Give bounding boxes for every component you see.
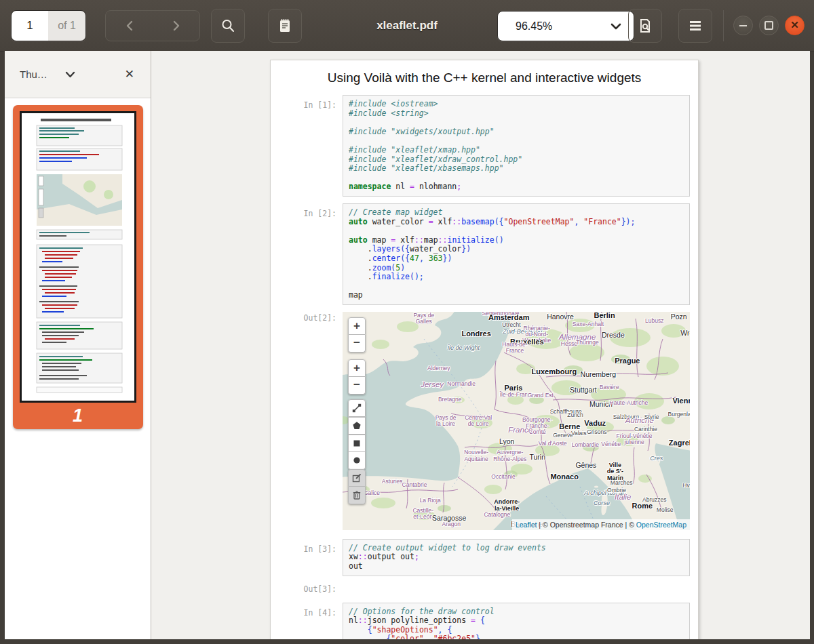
chevron-down-icon (65, 71, 75, 78)
map-label: Vénétie (601, 441, 621, 447)
rectangle-icon (351, 438, 362, 449)
document-properties-button[interactable] (628, 9, 662, 43)
map-label: Vaduz (584, 420, 606, 428)
zoom-level-select[interactable]: 96.45% (497, 11, 634, 41)
next-page-button[interactable] (153, 11, 199, 41)
map-label: Bretagne (438, 397, 462, 403)
zoom-level-value: 96.45% (498, 20, 610, 33)
map-label: France (508, 426, 532, 434)
map-label: Catalogne (484, 512, 510, 518)
cell-prompt: In [2]: (271, 203, 343, 305)
maximize-button[interactable] (759, 16, 779, 35)
openstreetmap-link[interactable]: OpenStreetMap (636, 521, 686, 529)
cell-prompt: In [3]: (271, 539, 343, 576)
zoom-in-button[interactable]: + (348, 317, 366, 335)
map-label: Cantabrie (402, 482, 427, 488)
map-label: Grand Est (528, 393, 554, 399)
pdf-page: Using Voilà with the C++ kernel and inte… (270, 60, 699, 639)
chevron-right-icon (172, 20, 180, 31)
code-input: // Options for the draw controlnl::json … (343, 603, 690, 639)
page-nav (105, 10, 200, 41)
map-label: Cres (650, 456, 663, 462)
titlebar-separator (723, 10, 724, 41)
notepad-icon (277, 18, 292, 34)
polygon-icon (351, 420, 362, 431)
circle-icon (351, 455, 362, 466)
edit-layers-button[interactable] (348, 469, 366, 487)
map-label: Pozn (671, 313, 687, 321)
zoom-control-2: + − (348, 359, 366, 395)
chevron-left-icon (125, 20, 134, 31)
thumbnail-list: 1 (5, 98, 151, 639)
hamburger-menu-icon (689, 20, 702, 31)
map-label: Styrie (644, 415, 659, 421)
page-thumbnail[interactable]: 1 (13, 105, 143, 429)
sidebar-close-button[interactable]: ✕ (125, 68, 134, 80)
annotations-button[interactable] (268, 9, 302, 43)
map-label: Prague (615, 357, 640, 365)
map-label: La Rioja (419, 498, 440, 504)
zoom-out-button[interactable]: − (348, 377, 366, 395)
search-button[interactable] (211, 9, 245, 43)
map-label: Saxe-Anhalt (573, 321, 604, 327)
map-label: Lubusz (645, 318, 663, 324)
edit-toolbar (348, 469, 366, 504)
map-label: Zagreb (669, 439, 690, 447)
zoom-in-button[interactable]: + (348, 359, 366, 377)
leaflet-map[interactable]: SeptentrionalePays de GallesAmsterdamHan… (343, 312, 690, 530)
map-label: Burgenla (668, 411, 690, 418)
map-labels: SeptentrionalePays de GallesAmsterdamHan… (343, 312, 690, 530)
zoom-control-1: + − (348, 317, 366, 353)
close-button[interactable]: ✕ (785, 16, 805, 35)
map-label: Marches (610, 480, 633, 486)
edit-icon (351, 472, 362, 483)
search-icon (220, 18, 235, 33)
map-label: Centre-Val de Loire (465, 415, 492, 427)
empty-output-cell: Out[3]: (271, 582, 698, 597)
code-input: // Create map widgetauto water_color = x… (343, 203, 690, 305)
map-label: Wro (680, 329, 690, 337)
sidebar-mode-dropdown[interactable] (65, 68, 75, 81)
map-label: Zurich (567, 412, 583, 418)
thumbnail-sketch (22, 113, 130, 397)
zoom-out-button[interactable]: − (348, 335, 366, 353)
sidebar-header: Thu… ✕ (5, 51, 151, 98)
titlebar: 1 of 1 (0, 0, 814, 52)
map-label: Frioul-Vénétie julienne (617, 433, 653, 445)
sidebar-mode-label: Thu… (20, 68, 47, 80)
map-label: Hanovre (547, 313, 574, 321)
delete-layers-button[interactable] (348, 487, 366, 504)
map-label: Bavière (600, 384, 619, 390)
draw-rectangle-button[interactable] (348, 435, 366, 452)
map-label: Hauts-de- France (502, 342, 527, 354)
map-label: Hesse (561, 341, 577, 347)
cell-prompt: In [1]: (271, 95, 343, 197)
code-cell-4: In [4]: // Options for the draw controln… (271, 603, 698, 639)
map-label: Castille- et-León (412, 508, 433, 520)
map-label: Nouvelle- Aquitaine (464, 449, 488, 462)
map-label: Lombardie (572, 442, 599, 448)
menu-button[interactable] (678, 9, 712, 43)
leaflet-link[interactable]: Leaflet (516, 521, 537, 529)
minimize-button[interactable] (733, 16, 753, 35)
draw-circle-button[interactable] (348, 452, 366, 470)
code-cell-2: In [2]: // Create map widgetauto water_c… (271, 203, 698, 305)
map-label: Molise (657, 507, 674, 513)
map-attribution: Leaflet | © Openstreetmap France | © Ope… (512, 519, 690, 530)
map-label: Monaco (550, 473, 579, 481)
map-label: Val d'Aoste (539, 441, 567, 447)
map-label: Occitanie (491, 474, 515, 480)
map-label: Galice (364, 490, 380, 496)
document-view[interactable]: Using Voilà with the C++ kernel and inte… (151, 51, 810, 639)
page-number-input[interactable]: 1 (12, 11, 48, 41)
draw-polyline-button[interactable] (348, 399, 366, 417)
draw-polygon-button[interactable] (348, 417, 366, 435)
map-label: Vienne (672, 397, 690, 405)
map-label: Amsterdam (488, 314, 530, 322)
code-cell-1: In [1]: #include <iostream>#include <str… (271, 95, 698, 197)
polyline-icon (351, 403, 362, 414)
map-label: Gênes (575, 462, 596, 469)
prev-page-button[interactable] (106, 11, 153, 41)
map-label: Italie (615, 493, 631, 501)
maximize-icon (764, 21, 773, 30)
